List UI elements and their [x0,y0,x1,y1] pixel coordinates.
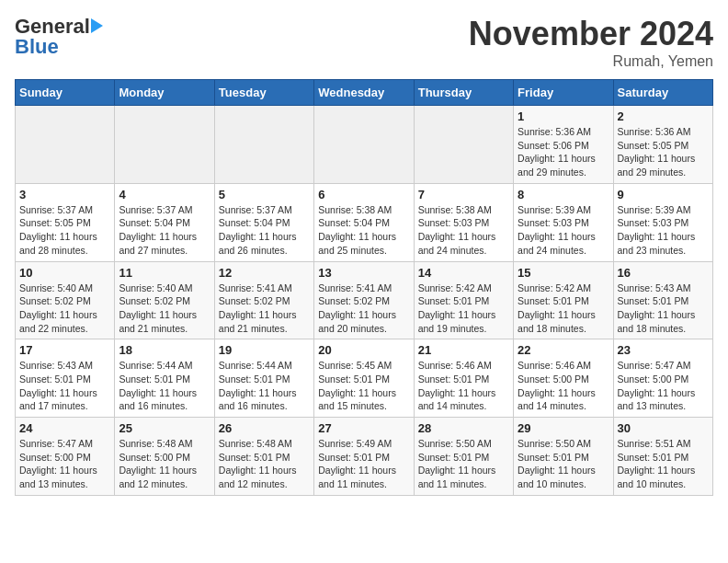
day-number: 1 [518,109,609,123]
day-info: Sunrise: 5:38 AMSunset: 5:04 PMDaylight:… [318,203,409,258]
weekday-header-saturday: Saturday [613,80,712,106]
calendar-cell: 9Sunrise: 5:39 AMSunset: 5:03 PMDaylight… [613,183,712,261]
calendar-cell: 10Sunrise: 5:40 AMSunset: 5:02 PMDayligh… [16,261,115,339]
day-info: Sunrise: 5:46 AMSunset: 5:01 PMDaylight:… [418,359,509,413]
calendar-cell: 15Sunrise: 5:42 AMSunset: 5:01 PMDayligh… [514,261,613,339]
calendar-cell: 13Sunrise: 5:41 AMSunset: 5:02 PMDayligh… [314,261,414,339]
day-number: 22 [518,343,609,357]
calendar-header-row: SundayMondayTuesdayWednesdayThursdayFrid… [16,80,713,106]
calendar-cell [314,106,414,184]
calendar-cell: 21Sunrise: 5:46 AMSunset: 5:01 PMDayligh… [414,339,513,418]
logo: General Blue [15,15,103,59]
logo-blue-text: Blue [15,35,59,59]
calendar-cell: 4Sunrise: 5:37 AMSunset: 5:04 PMDaylight… [115,183,214,261]
day-number: 21 [418,343,509,357]
calendar-cell: 25Sunrise: 5:48 AMSunset: 5:00 PMDayligh… [115,418,214,496]
day-number: 3 [19,188,110,201]
calendar-cell: 28Sunrise: 5:50 AMSunset: 5:01 PMDayligh… [414,418,513,496]
day-number: 4 [119,188,210,201]
calendar-cell: 17Sunrise: 5:43 AMSunset: 5:01 PMDayligh… [16,339,115,418]
header: General Blue November 2024 Rumah, Yemen [15,15,713,70]
day-info: Sunrise: 5:50 AMSunset: 5:01 PMDaylight:… [518,437,609,491]
day-number: 14 [418,266,509,280]
calendar-cell: 1Sunrise: 5:36 AMSunset: 5:06 PMDaylight… [514,106,613,184]
weekday-header-friday: Friday [514,80,613,106]
day-info: Sunrise: 5:47 AMSunset: 5:00 PMDaylight:… [19,437,110,491]
calendar-cell [115,106,214,184]
calendar-week-row: 24Sunrise: 5:47 AMSunset: 5:00 PMDayligh… [16,418,713,496]
day-info: Sunrise: 5:51 AMSunset: 5:01 PMDaylight:… [618,437,709,491]
day-info: Sunrise: 5:39 AMSunset: 5:03 PMDaylight:… [518,203,609,258]
calendar-cell: 24Sunrise: 5:47 AMSunset: 5:00 PMDayligh… [16,418,115,496]
title-block: November 2024 Rumah, Yemen [469,15,713,70]
day-number: 15 [518,266,609,280]
day-info: Sunrise: 5:43 AMSunset: 5:01 PMDaylight:… [19,359,110,413]
calendar-cell: 2Sunrise: 5:36 AMSunset: 5:05 PMDaylight… [613,106,712,184]
day-number: 24 [19,421,110,435]
day-number: 9 [618,188,709,201]
day-number: 8 [518,188,609,201]
calendar-cell: 26Sunrise: 5:48 AMSunset: 5:01 PMDayligh… [214,418,313,496]
day-info: Sunrise: 5:42 AMSunset: 5:01 PMDaylight:… [418,282,509,336]
day-info: Sunrise: 5:47 AMSunset: 5:00 PMDaylight:… [618,359,709,413]
day-number: 20 [318,343,409,357]
day-info: Sunrise: 5:48 AMSunset: 5:01 PMDaylight:… [219,437,310,491]
day-info: Sunrise: 5:38 AMSunset: 5:03 PMDaylight:… [418,203,509,258]
calendar-cell: 5Sunrise: 5:37 AMSunset: 5:04 PMDaylight… [214,183,313,261]
day-info: Sunrise: 5:45 AMSunset: 5:01 PMDaylight:… [318,359,409,413]
page: General Blue November 2024 Rumah, Yemen … [0,0,728,505]
day-info: Sunrise: 5:37 AMSunset: 5:04 PMDaylight:… [219,203,310,258]
day-info: Sunrise: 5:50 AMSunset: 5:01 PMDaylight:… [418,437,509,491]
weekday-header-monday: Monday [115,80,214,106]
day-number: 2 [618,109,709,123]
calendar-cell: 12Sunrise: 5:41 AMSunset: 5:02 PMDayligh… [214,261,313,339]
day-info: Sunrise: 5:39 AMSunset: 5:03 PMDaylight:… [618,203,709,258]
calendar-cell: 14Sunrise: 5:42 AMSunset: 5:01 PMDayligh… [414,261,513,339]
calendar-cell: 6Sunrise: 5:38 AMSunset: 5:04 PMDaylight… [314,183,414,261]
day-info: Sunrise: 5:46 AMSunset: 5:00 PMDaylight:… [518,359,609,413]
day-info: Sunrise: 5:41 AMSunset: 5:02 PMDaylight:… [318,282,409,336]
day-number: 10 [19,266,110,280]
day-info: Sunrise: 5:36 AMSunset: 5:06 PMDaylight:… [518,125,609,179]
day-info: Sunrise: 5:40 AMSunset: 5:02 PMDaylight:… [19,282,110,336]
day-info: Sunrise: 5:43 AMSunset: 5:01 PMDaylight:… [618,282,709,336]
day-number: 30 [618,421,709,435]
day-info: Sunrise: 5:36 AMSunset: 5:05 PMDaylight:… [618,125,709,179]
weekday-header-sunday: Sunday [16,80,115,106]
day-number: 16 [618,266,709,280]
weekday-header-thursday: Thursday [414,80,513,106]
calendar-cell: 20Sunrise: 5:45 AMSunset: 5:01 PMDayligh… [314,339,414,418]
day-number: 11 [119,266,210,280]
calendar-week-row: 3Sunrise: 5:37 AMSunset: 5:05 PMDaylight… [16,183,713,261]
day-number: 28 [418,421,509,435]
calendar-cell: 19Sunrise: 5:44 AMSunset: 5:01 PMDayligh… [214,339,313,418]
day-info: Sunrise: 5:37 AMSunset: 5:05 PMDaylight:… [19,203,110,258]
calendar-cell: 7Sunrise: 5:38 AMSunset: 5:03 PMDaylight… [414,183,513,261]
calendar-table: SundayMondayTuesdayWednesdayThursdayFrid… [15,79,713,496]
calendar-location: Rumah, Yemen [469,53,713,70]
day-info: Sunrise: 5:49 AMSunset: 5:01 PMDaylight:… [318,437,409,491]
day-info: Sunrise: 5:37 AMSunset: 5:04 PMDaylight:… [119,203,210,258]
calendar-cell: 3Sunrise: 5:37 AMSunset: 5:05 PMDaylight… [16,183,115,261]
day-number: 27 [318,421,409,435]
day-number: 12 [219,266,310,280]
calendar-cell [414,106,513,184]
day-number: 5 [219,188,310,201]
day-info: Sunrise: 5:44 AMSunset: 5:01 PMDaylight:… [119,359,210,413]
day-info: Sunrise: 5:48 AMSunset: 5:00 PMDaylight:… [119,437,210,491]
weekday-header-tuesday: Tuesday [214,80,313,106]
day-number: 26 [219,421,310,435]
calendar-cell: 22Sunrise: 5:46 AMSunset: 5:00 PMDayligh… [514,339,613,418]
day-number: 19 [219,343,310,357]
day-number: 29 [518,421,609,435]
day-number: 6 [318,188,409,201]
day-number: 23 [618,343,709,357]
calendar-week-row: 17Sunrise: 5:43 AMSunset: 5:01 PMDayligh… [16,339,713,418]
day-info: Sunrise: 5:42 AMSunset: 5:01 PMDaylight:… [518,282,609,336]
calendar-cell: 16Sunrise: 5:43 AMSunset: 5:01 PMDayligh… [613,261,712,339]
calendar-cell: 8Sunrise: 5:39 AMSunset: 5:03 PMDaylight… [514,183,613,261]
day-number: 17 [19,343,110,357]
day-info: Sunrise: 5:44 AMSunset: 5:01 PMDaylight:… [219,359,310,413]
calendar-week-row: 10Sunrise: 5:40 AMSunset: 5:02 PMDayligh… [16,261,713,339]
calendar-title: November 2024 [469,15,713,53]
